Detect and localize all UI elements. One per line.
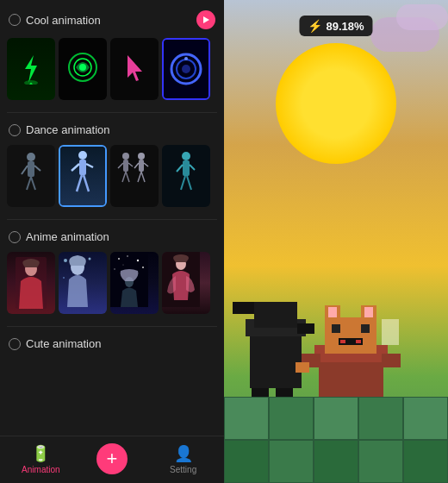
svg-line-30 xyxy=(126,172,129,182)
svg-line-36 xyxy=(141,172,145,182)
svg-rect-14 xyxy=(28,161,34,177)
svg-rect-63 xyxy=(297,323,314,334)
svg-rect-78 xyxy=(382,319,399,345)
right-panel: ⚡ 89.18% xyxy=(224,0,448,483)
svg-point-50 xyxy=(118,258,120,260)
ground-block xyxy=(224,440,269,483)
dance-figure-4-svg xyxy=(176,150,196,202)
svg-point-25 xyxy=(122,153,129,160)
ground-block xyxy=(314,397,358,440)
cool-play-button[interactable] xyxy=(196,10,215,29)
cute-animation-header: Cute animation xyxy=(0,332,224,355)
svg-rect-59 xyxy=(250,328,302,388)
ground-block xyxy=(314,440,358,483)
nav-setting[interactable]: 👤 Setting xyxy=(158,444,209,474)
svg-marker-0 xyxy=(203,16,209,23)
anime-thumb-1[interactable] xyxy=(7,252,55,314)
svg-point-11 xyxy=(182,65,190,73)
svg-line-29 xyxy=(122,172,126,182)
svg-marker-8 xyxy=(128,55,142,81)
ground xyxy=(224,397,448,483)
anime-thumb-2[interactable] xyxy=(59,252,107,314)
cool-thumb-1[interactable] xyxy=(7,38,55,100)
svg-line-28 xyxy=(128,163,133,166)
svg-line-16 xyxy=(34,166,40,171)
blue-ring-svg xyxy=(169,52,203,86)
cool-thumb-2[interactable] xyxy=(59,38,107,100)
anime-thumbnails-row xyxy=(0,248,224,321)
svg-rect-68 xyxy=(325,317,376,354)
svg-rect-20 xyxy=(79,160,86,175)
cool-animation-header: Cool animation xyxy=(0,5,224,34)
cool-radio-icon[interactable] xyxy=(9,14,21,26)
cool-thumb-4[interactable] xyxy=(162,38,210,100)
svg-rect-80 xyxy=(296,362,309,373)
green-bolt-svg xyxy=(18,53,44,85)
cute-animation-section: Cute animation xyxy=(0,327,224,361)
battery-bolt-icon: ⚡ xyxy=(308,19,322,33)
cool-animation-section: Cool animation xyxy=(0,0,224,112)
dance-title-wrap: Dance animation xyxy=(9,123,110,136)
nav-animation[interactable]: 🔋 Animation xyxy=(15,444,66,474)
dance-thumb-1[interactable] xyxy=(7,145,55,207)
svg-line-21 xyxy=(72,164,79,171)
ground-row-top xyxy=(224,397,448,440)
svg-rect-38 xyxy=(183,160,190,176)
nav-add-button[interactable]: + xyxy=(96,443,128,474)
svg-point-52 xyxy=(137,260,139,261)
ground-block xyxy=(403,440,448,483)
pink-cursor-svg xyxy=(124,53,145,85)
svg-point-51 xyxy=(127,255,128,257)
dance-figure-2-svg xyxy=(70,148,96,204)
svg-rect-72 xyxy=(364,307,373,317)
cool-animation-title: Cool animation xyxy=(26,14,101,27)
svg-rect-73 xyxy=(332,324,340,333)
svg-line-27 xyxy=(118,163,123,168)
svg-line-15 xyxy=(22,166,28,174)
play-icon xyxy=(202,16,210,24)
dance-thumbnails-row xyxy=(0,141,224,214)
dance-thumb-3[interactable] xyxy=(110,145,159,207)
green-orb-svg xyxy=(65,50,100,88)
svg-rect-76 xyxy=(340,340,345,343)
ground-row-bottom xyxy=(224,440,448,483)
svg-rect-71 xyxy=(328,307,337,317)
cool-thumbnails-row xyxy=(0,34,224,107)
anime-thumb-3[interactable] xyxy=(110,252,159,314)
ground-block xyxy=(269,397,314,440)
anime-thumb-4[interactable] xyxy=(162,252,210,314)
dance-thumb-2[interactable] xyxy=(59,145,107,207)
left-panel: Cool animation xyxy=(0,0,224,483)
dance-figure-1-svg xyxy=(18,150,44,202)
dance-animation-header: Dance animation xyxy=(0,118,224,141)
ground-block xyxy=(358,440,403,483)
svg-line-40 xyxy=(190,165,195,170)
svg-line-34 xyxy=(144,163,148,166)
svg-rect-74 xyxy=(361,324,370,333)
anime-animation-section: Anime animation xyxy=(0,220,224,326)
cool-thumb-3[interactable] xyxy=(110,38,159,100)
svg-point-48 xyxy=(63,277,65,279)
svg-point-54 xyxy=(142,267,144,268)
svg-rect-62 xyxy=(233,302,254,314)
anime-title-wrap: Anime animation xyxy=(9,230,109,243)
svg-line-42 xyxy=(187,176,191,190)
svg-point-46 xyxy=(64,259,67,262)
svg-point-55 xyxy=(123,265,124,266)
svg-point-31 xyxy=(138,153,145,160)
add-icon: + xyxy=(107,449,118,468)
dance-radio-icon[interactable] xyxy=(9,124,21,136)
characters-svg xyxy=(233,276,439,414)
svg-rect-32 xyxy=(139,160,144,172)
svg-point-13 xyxy=(27,153,35,161)
anime-cover-1-svg xyxy=(12,255,50,310)
dance-thumb-4[interactable] xyxy=(162,145,210,207)
dance-animation-title: Dance animation xyxy=(26,123,110,136)
animation-nav-icon: 🔋 xyxy=(31,444,50,463)
cute-radio-icon[interactable] xyxy=(9,338,21,350)
bottom-nav: 🔋 Animation + 👤 Setting xyxy=(0,436,224,483)
anime-radio-icon[interactable] xyxy=(9,231,21,243)
svg-point-53 xyxy=(114,268,115,269)
preview-background: ⚡ 89.18% xyxy=(224,0,448,483)
anime-cover-2-svg xyxy=(59,252,96,307)
